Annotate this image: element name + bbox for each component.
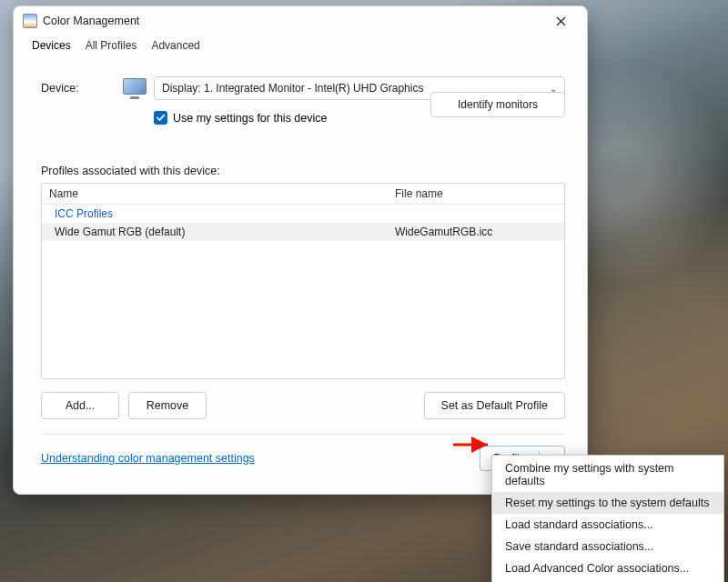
app-icon	[23, 14, 37, 28]
device-label: Device:	[41, 82, 123, 95]
profiles-context-menu: Combine my settings with system defaults…	[491, 455, 724, 582]
titlebar: Color Management	[14, 6, 587, 34]
close-button[interactable]	[541, 8, 580, 34]
menu-item-reset[interactable]: Reset my settings to the system defaults	[492, 492, 723, 514]
add-button[interactable]: Add...	[41, 392, 119, 419]
window-title: Color Management	[43, 15, 541, 27]
menu-item-combine[interactable]: Combine my settings with system defaults	[492, 457, 723, 492]
understanding-link[interactable]: Understanding color management settings	[41, 452, 255, 465]
remove-button[interactable]: Remove	[128, 392, 207, 419]
profile-file: WideGamutRGB.icc	[388, 223, 564, 241]
profiles-list: Name File name ICC Profiles Wide Gamut R…	[41, 183, 565, 379]
list-header: Name File name	[42, 184, 564, 205]
set-default-profile-button[interactable]: Set as Default Profile	[424, 392, 565, 419]
tab-bar: Devices All Profiles Advanced	[14, 34, 587, 58]
use-my-settings-checkbox[interactable]	[154, 111, 167, 125]
monitor-icon	[123, 78, 148, 98]
menu-item-load-advanced[interactable]: Load Advanced Color associations...	[492, 557, 723, 579]
col-header-name[interactable]: Name	[42, 184, 388, 204]
profiles-section-label: Profiles associated with this device:	[41, 165, 565, 177]
profile-name: Wide Gamut RGB (default)	[42, 223, 388, 241]
col-header-file[interactable]: File name	[388, 184, 564, 204]
color-management-window: Color Management Devices All Profiles Ad…	[13, 5, 588, 495]
tab-devices[interactable]: Devices	[25, 34, 78, 58]
device-select-value: Display: 1. Integrated Monitor - Intel(R…	[162, 82, 423, 95]
menu-item-save-standard[interactable]: Save standard associations...	[492, 536, 723, 557]
table-row[interactable]: Wide Gamut RGB (default) WideGamutRGB.ic…	[42, 223, 564, 241]
menu-item-load-standard[interactable]: Load standard associations...	[492, 514, 723, 536]
tab-all-profiles[interactable]: All Profiles	[78, 34, 145, 58]
identify-monitors-button[interactable]: Identify monitors	[430, 92, 565, 117]
use-my-settings-label: Use my settings for this device	[173, 112, 328, 125]
tab-advanced[interactable]: Advanced	[144, 34, 207, 58]
divider	[41, 434, 565, 435]
profiles-group: ICC Profiles	[42, 205, 564, 223]
